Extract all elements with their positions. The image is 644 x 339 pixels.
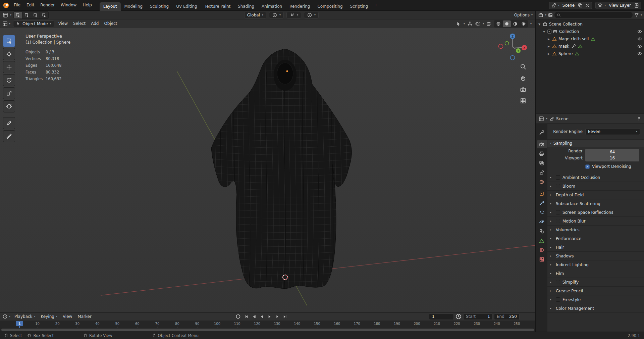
axis-z-neg-handle[interactable] [511, 56, 515, 60]
properties-tab-view-layer[interactable] [537, 159, 547, 167]
shading-render-button[interactable] [520, 20, 528, 27]
blender-logo-icon[interactable] [3, 2, 9, 9]
duplicate-scene-icon[interactable] [578, 3, 583, 8]
select-mode-button-0[interactable] [14, 12, 22, 18]
frame-end-field[interactable]: End 250 [494, 313, 520, 320]
frame-tick[interactable]: 220 [454, 322, 460, 326]
frame-tick[interactable]: 30 [75, 322, 79, 326]
section-shadows[interactable]: ▸Shadows [547, 251, 644, 260]
chevron-down-icon[interactable]: ▾ [530, 22, 532, 25]
keying-set-icon[interactable] [455, 313, 462, 320]
outliner-row-mage-cloth-sell[interactable]: ▸Mage cloth sell [536, 35, 644, 43]
frame-tick[interactable]: 170 [354, 322, 360, 326]
section-checkbox[interactable] [556, 297, 560, 302]
properties-tab-render[interactable] [537, 140, 547, 148]
snap-toggle[interactable]: ▾ [286, 12, 301, 18]
properties-tab-object-data[interactable] [537, 237, 547, 245]
viewport-menu-select[interactable]: Select [70, 19, 88, 28]
render-engine-select[interactable]: Eevee ▾ [585, 128, 640, 135]
new-view-layer-icon[interactable] [634, 3, 639, 8]
proportional-editing-toggle[interactable]: ▾ [304, 12, 319, 18]
outliner-search[interactable] [554, 12, 633, 18]
expand-toggle-icon[interactable]: ▾ [537, 22, 541, 27]
properties-tab-constraints[interactable] [537, 227, 547, 235]
sampling-render-value[interactable]: 64 [585, 149, 639, 155]
visibility-eye-icon[interactable] [637, 51, 642, 56]
workspace-tab-shading[interactable]: Shading [234, 2, 258, 11]
frame-tick[interactable]: 190 [394, 322, 400, 326]
frame-tick[interactable]: 70 [155, 322, 160, 326]
section-checkbox[interactable] [556, 219, 560, 223]
filter-icon[interactable] [634, 13, 639, 17]
menu-render[interactable]: Render [37, 0, 58, 10]
playhead-frame-label[interactable]: 1 [16, 321, 23, 326]
timeline-ruler[interactable]: 1 10203040506070809010011012013014015016… [0, 321, 535, 332]
frame-tick[interactable]: 20 [55, 322, 60, 326]
viewport-canvas[interactable] [0, 28, 535, 312]
outliner-row-mask[interactable]: ▸mask [536, 43, 644, 50]
timeline-menu-view[interactable]: View [60, 312, 75, 321]
editor-type-icon[interactable] [539, 116, 544, 122]
frame-tick[interactable]: 80 [175, 322, 179, 326]
auto-keying-toggle[interactable] [235, 313, 241, 320]
frame-tick[interactable]: 50 [115, 322, 119, 326]
properties-tab-world[interactable] [537, 178, 547, 186]
section-screen-space-reflections[interactable]: ▸Screen Space Reflections [547, 208, 644, 216]
menu-edit[interactable]: Edit [23, 0, 37, 10]
jump-start-button[interactable] [243, 313, 250, 320]
menu-file[interactable]: File [11, 0, 23, 10]
visibility-eye-icon[interactable] [637, 37, 642, 41]
workspace-tab-uv-editing[interactable]: UV Editing [172, 2, 201, 11]
add-workspace-button[interactable]: + [372, 0, 380, 10]
select-mode-button-1[interactable] [22, 12, 31, 18]
properties-tab-scene[interactable] [537, 168, 547, 177]
menu-help[interactable]: Help [79, 0, 95, 10]
next-key-button[interactable] [274, 313, 280, 320]
properties-tab-texture[interactable] [537, 255, 547, 263]
properties-tab-output[interactable] [537, 150, 547, 158]
jump-end-button[interactable] [281, 313, 288, 320]
frame-tick[interactable]: 90 [195, 322, 200, 326]
frame-tick[interactable]: 100 [214, 322, 220, 326]
shading-solid-button[interactable] [503, 20, 511, 27]
options-dropdown[interactable]: Options▾ [514, 13, 533, 17]
tool-annotate-button[interactable] [3, 117, 15, 129]
frame-tick[interactable]: 110 [234, 322, 240, 326]
current-frame-field[interactable]: 1 [429, 313, 454, 320]
workspace-tab-texture-paint[interactable]: Texture Paint [201, 2, 234, 11]
mode-select[interactable]: Object Mode ▾ [13, 20, 54, 27]
menu-window[interactable]: Window [58, 0, 79, 10]
section-depth-of-field[interactable]: ▸Depth of Field [547, 190, 644, 199]
section-hair[interactable]: ▸Hair [547, 243, 644, 251]
scene-selector[interactable]: ▾ Scene [549, 2, 592, 9]
visibility-eye-icon[interactable] [637, 29, 642, 34]
frame-tick[interactable]: 140 [294, 322, 300, 326]
frame-tick[interactable]: 160 [334, 322, 340, 326]
section-freestyle[interactable]: ▸Freestyle [547, 295, 644, 304]
frame-start-field[interactable]: Start 1 [463, 313, 493, 320]
section-bloom[interactable]: ▸Bloom [547, 182, 644, 190]
frame-tick[interactable]: 200 [414, 322, 420, 326]
sampling-viewport-value[interactable]: 16 [585, 155, 639, 161]
select-mode-button-3[interactable] [40, 12, 48, 18]
frame-tick[interactable]: 120 [254, 322, 260, 326]
section-performance[interactable]: ▸Performance [547, 234, 644, 243]
section-grease-pencil[interactable]: ▸Grease Pencil [547, 286, 644, 295]
frame-tick[interactable]: 230 [474, 322, 480, 326]
frame-tick[interactable]: 40 [95, 322, 100, 326]
properties-tab-material[interactable] [537, 246, 547, 254]
expand-toggle-icon[interactable]: ▸ [547, 44, 551, 49]
orientation-select[interactable]: Global▾ [244, 12, 266, 18]
expand-toggle-icon[interactable]: ▾ [542, 29, 546, 34]
properties-tab-object[interactable] [537, 190, 547, 198]
tool-transform-button[interactable] [3, 100, 15, 112]
properties-tab-physics[interactable] [537, 218, 547, 226]
overlays-toggle-icon[interactable] [475, 21, 480, 27]
viewport-menu-object[interactable]: Object [101, 19, 120, 28]
section-film[interactable]: ▸Film [547, 269, 644, 278]
display-mode-icon[interactable] [548, 13, 553, 17]
viewport-pan-button[interactable] [520, 75, 527, 82]
editor-type-icon[interactable] [538, 12, 543, 18]
xray-toggle-icon[interactable] [486, 21, 492, 27]
view-layer-selector[interactable]: ▾ View Layer [595, 2, 641, 9]
